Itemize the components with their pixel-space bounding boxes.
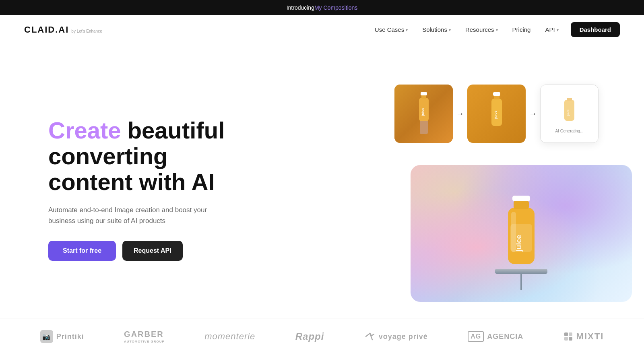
svg-text:juice: juice — [493, 110, 497, 119]
hero-title: Create beautiful converting content with… — [48, 118, 242, 194]
svg-rect-22 — [569, 337, 572, 341]
dashboard-button[interactable]: Dashboard — [571, 22, 620, 37]
start-free-button[interactable]: Start for free — [48, 241, 116, 261]
hero-title-create: Create — [48, 117, 121, 143]
chevron-down-icon: ▾ — [496, 28, 498, 32]
logo-rappi: Rappi — [295, 331, 324, 342]
logo-voyage: voyage privé — [364, 332, 428, 341]
product-showcase: juice — [411, 149, 632, 302]
announcement-bar: Introducing My Compositions — [0, 0, 644, 15]
chevron-down-icon: ▾ — [557, 28, 559, 32]
product-background: juice — [411, 165, 632, 302]
hero-section: Create beautiful converting content with… — [0, 44, 644, 318]
momenterie-name: momenterie — [204, 331, 255, 342]
request-api-button[interactable]: Request API — [122, 241, 183, 261]
table-leg — [520, 274, 522, 290]
logo[interactable]: CLAID.AI by Let's Enhance — [24, 25, 102, 35]
main-bottle: juice — [495, 192, 547, 290]
svg-rect-21 — [564, 337, 568, 341]
chevron-down-icon: ▾ — [449, 28, 451, 32]
voyage-name: voyage privé — [379, 332, 428, 341]
logo-mixti: MIXTI — [564, 331, 604, 342]
svg-rect-19 — [564, 332, 568, 336]
mixti-icon — [564, 332, 573, 341]
announcement-highlight[interactable]: My Compositions — [314, 4, 357, 11]
svg-rect-11 — [566, 95, 573, 98]
arrow-icon-2: → — [529, 109, 537, 118]
hero-visual: juice → juice → — [394, 76, 620, 302]
processing-steps: juice → juice → — [394, 85, 620, 143]
svg-text:juice: juice — [515, 235, 523, 252]
printiki-name: Printiki — [56, 332, 84, 341]
processing-step-3: juice AI Generating... — [540, 85, 599, 143]
logo-printiki: 📷 Printiki — [40, 330, 84, 343]
logo-garber: GARBER AUTOMOTIVE GROUP — [124, 330, 165, 343]
logo-sub: by Let's Enhance — [71, 29, 102, 33]
rappi-name: Rappi — [295, 331, 324, 342]
logo-agencia: AG AGENCIA — [468, 331, 523, 342]
voyage-icon — [364, 332, 376, 341]
step2-bottle-svg: juice — [483, 90, 511, 138]
printiki-icon: 📷 — [40, 330, 53, 343]
logo-main: CLAID.AI — [24, 25, 69, 35]
step1-bottle-svg: juice — [408, 90, 440, 138]
garber-name: GARBER — [124, 330, 164, 339]
logos-section: 📷 Printiki GARBER AUTOMOTIVE GROUP momen… — [0, 318, 644, 351]
ai-generating-label: AI Generating... — [555, 129, 583, 133]
hero-subtitle: Automate end-to-end Image creation and b… — [48, 204, 217, 226]
garber-sub: AUTOMOTIVE GROUP — [124, 340, 165, 343]
hero-content: Create beautiful converting content with… — [48, 118, 242, 261]
svg-rect-20 — [569, 332, 572, 336]
nav-pricing[interactable]: Pricing — [507, 23, 537, 36]
table-surface — [495, 269, 547, 274]
main-bottle-svg: juice — [499, 192, 543, 272]
processing-step-2: juice — [467, 85, 526, 143]
nav-links: Use Cases ▾ Solutions ▾ Resources ▾ Pric… — [369, 22, 620, 37]
arrow-icon-1: → — [456, 109, 464, 118]
hero-buttons: Start for free Request API — [48, 241, 242, 261]
svg-rect-7 — [493, 92, 500, 96]
svg-text:juice: juice — [567, 109, 570, 116]
step3-bottle-svg: juice — [558, 94, 580, 126]
announcement-text: Introducing — [287, 4, 314, 11]
agencia-badge: AG — [468, 331, 484, 342]
processing-step-1: juice — [394, 85, 453, 143]
nav-api[interactable]: API ▾ — [539, 23, 564, 36]
mixti-name: MIXTI — [576, 331, 604, 342]
svg-rect-16 — [512, 196, 530, 201]
nav-use-cases[interactable]: Use Cases ▾ — [369, 23, 413, 36]
navigation: CLAID.AI by Let's Enhance Use Cases ▾ So… — [0, 15, 644, 44]
step1-background: juice — [394, 85, 453, 143]
nav-solutions[interactable]: Solutions ▾ — [417, 23, 456, 36]
nav-resources[interactable]: Resources ▾ — [460, 23, 504, 36]
svg-rect-0 — [420, 120, 428, 134]
svg-text:juice: juice — [421, 107, 425, 116]
svg-rect-3 — [421, 92, 427, 95]
agencia-name: AGENCIA — [487, 332, 523, 341]
chevron-down-icon: ▾ — [406, 28, 408, 32]
logo-momenterie: momenterie — [204, 331, 255, 342]
svg-rect-15 — [514, 200, 529, 209]
